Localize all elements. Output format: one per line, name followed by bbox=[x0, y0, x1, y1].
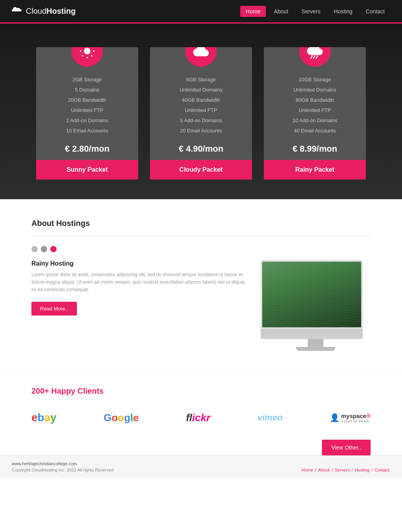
dot-3-active[interactable] bbox=[50, 246, 57, 252]
clients-count: 200+ bbox=[31, 387, 49, 395]
cloudy-icon-wrap bbox=[185, 47, 217, 67]
pricing-card-sunny: 2GB Storage 5 Domains 20GB Bandwidth Unl… bbox=[36, 47, 138, 180]
logo-text: CloudHosting bbox=[26, 7, 76, 16]
view-other-button[interactable]: View Other.. bbox=[322, 440, 371, 455]
hosting-description: Lorem ipsum dolor sit amet, consectetur … bbox=[31, 271, 245, 294]
footer-link-hosting[interactable]: Hosting bbox=[355, 468, 369, 472]
footer-link-home[interactable]: Home bbox=[302, 468, 313, 472]
cloudy-price: € 4.90/mon bbox=[179, 144, 223, 154]
imac-screen bbox=[261, 260, 363, 329]
logo: CloudHosting bbox=[12, 6, 76, 17]
hosting-subtitle: Rainy Hosting bbox=[31, 260, 245, 267]
about-title: About Hostings bbox=[31, 219, 371, 228]
svg-line-7 bbox=[82, 55, 83, 56]
imac-base bbox=[296, 347, 335, 351]
nav-contact[interactable]: Contact bbox=[360, 6, 390, 17]
clients-section: 200+ Happy Clients ebay Google flickr vi… bbox=[0, 371, 402, 455]
logo-myspace: 👤 myspace® a place for friends bbox=[330, 413, 371, 423]
sunny-price: € 2.80/mon bbox=[65, 144, 110, 154]
cloudy-features: 6GB Storage Unlimited Domains 40GB Bandw… bbox=[172, 75, 230, 136]
pricing-card-rainy: 10GB Storage Unlimited Domains 80GB Band… bbox=[264, 47, 366, 180]
screen-content bbox=[262, 262, 361, 327]
hosting-text: Rainy Hosting Lorem ipsum dolor sit amet… bbox=[31, 260, 245, 316]
nav-hosting[interactable]: Hosting bbox=[328, 6, 358, 17]
pricing-card-cloudy: 6GB Storage Unlimited Domains 40GB Bandw… bbox=[150, 47, 252, 180]
hosting-row: Rainy Hosting Lorem ipsum dolor sit amet… bbox=[31, 260, 371, 351]
sunny-icon-wrap bbox=[71, 47, 103, 67]
sun-icon bbox=[79, 47, 95, 59]
footer-copyright: Copyright CloudHosting Inc. 2013 All rig… bbox=[12, 468, 113, 472]
rainy-features: 10GB Storage Unlimited Domains 80GB Band… bbox=[285, 75, 345, 136]
dot-2[interactable] bbox=[41, 246, 47, 252]
cloud-logo-icon bbox=[12, 6, 23, 17]
logo-google: Google bbox=[104, 412, 139, 424]
rain-overlay bbox=[262, 262, 361, 327]
read-more-button[interactable]: Read More.. bbox=[31, 302, 77, 316]
sunny-button[interactable]: Sunny Packet bbox=[36, 160, 138, 180]
rainy-button[interactable]: Rainy Packet bbox=[264, 160, 366, 180]
sunny-features: 2GB Storage 5 Domains 20GB Bandwidth Unl… bbox=[58, 75, 116, 136]
about-section: About Hostings Rainy Hosting Lorem ipsum… bbox=[0, 199, 402, 371]
dot-indicators bbox=[31, 246, 371, 252]
svg-line-9 bbox=[311, 56, 312, 59]
cloudy-button[interactable]: Cloudy Packet bbox=[150, 160, 252, 180]
header: CloudHosting Home About Servers Hosting … bbox=[0, 0, 402, 24]
myspace-icon: 👤 bbox=[330, 413, 340, 422]
rainy-icon-wrap bbox=[299, 47, 331, 67]
logo-flickr: flickr bbox=[186, 412, 210, 424]
svg-line-4 bbox=[91, 55, 92, 56]
clients-logos: ebay Google flickr vimeo 👤 myspace® a pl… bbox=[31, 411, 371, 424]
rainy-price: € 8.99/mon bbox=[292, 144, 337, 154]
imac-stand-top bbox=[261, 329, 363, 336]
rain-icon bbox=[307, 47, 323, 59]
footer-breadcrumb: Home / About / Servers / Hosting / Conta… bbox=[301, 468, 390, 472]
footer-copyright-row: Copyright CloudHosting Inc. 2013 All rig… bbox=[12, 468, 390, 472]
pricing-section: 2GB Storage 5 Domains 20GB Bandwidth Unl… bbox=[0, 24, 402, 199]
clients-title: 200+ Happy Clients bbox=[31, 387, 371, 396]
svg-line-11 bbox=[316, 56, 317, 59]
about-divider bbox=[31, 236, 371, 236]
logo-ebay: ebay bbox=[31, 411, 57, 424]
footer-link-about[interactable]: About bbox=[318, 468, 330, 472]
footer-url: www.heritagechristiancollege.com bbox=[12, 461, 390, 466]
imac-neck bbox=[308, 339, 323, 347]
footer-link-servers[interactable]: Servers bbox=[335, 468, 350, 472]
dot-1[interactable] bbox=[31, 246, 38, 252]
svg-point-0 bbox=[84, 48, 91, 55]
nav-home[interactable]: Home bbox=[240, 6, 266, 17]
nav-about[interactable]: About bbox=[268, 6, 294, 17]
imac-mockup:  bbox=[261, 260, 371, 351]
cloud-icon bbox=[193, 47, 209, 59]
footer-link-contact[interactable]: Contact bbox=[375, 468, 389, 472]
nav-servers[interactable]: Servers bbox=[296, 6, 326, 17]
hosting-image:  bbox=[261, 260, 371, 351]
clients-title-rest: Happy Clients bbox=[49, 387, 104, 395]
footer: www.heritagechristiancollege.com Copyrig… bbox=[0, 455, 402, 478]
main-nav: Home About Servers Hosting Contact bbox=[240, 6, 390, 17]
svg-line-10 bbox=[314, 56, 315, 59]
logo-vimeo: vimeo bbox=[258, 413, 283, 423]
